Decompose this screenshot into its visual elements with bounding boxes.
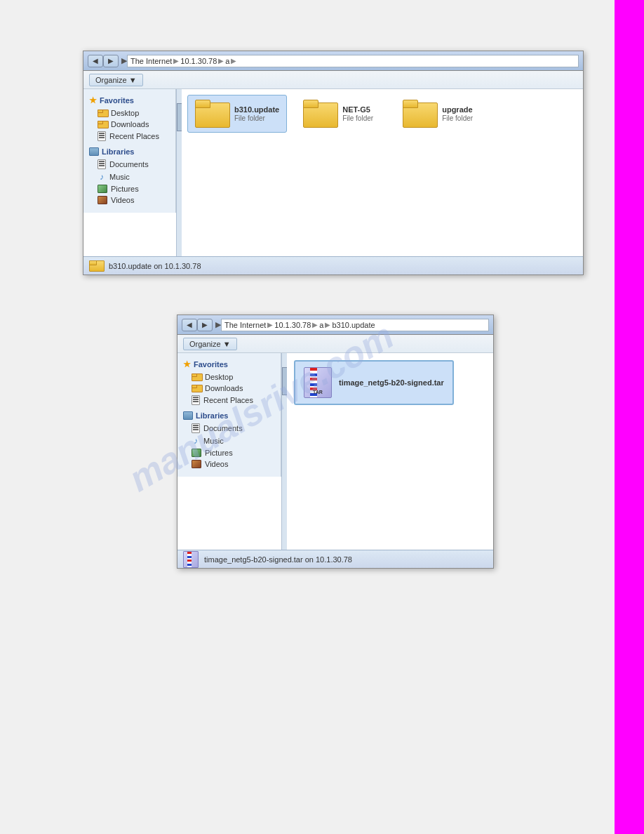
sep3: ▶ bbox=[231, 57, 236, 65]
favorites-header[interactable]: ★ Favorites bbox=[83, 93, 175, 107]
pictures-icon bbox=[98, 185, 107, 193]
w2-libraries-header[interactable]: Libraries bbox=[177, 409, 281, 422]
w2-libraries-icon bbox=[183, 411, 193, 420]
rar-icon: TAR bbox=[304, 367, 332, 398]
window1-status-text: b310.update on 10.1.30.78 bbox=[109, 262, 201, 270]
window1-title-bar: ◀ ▶ ▶ The Internet ▶ 10.1.30.78 ▶ a ▶ bbox=[83, 51, 583, 71]
sidebar-item-videos[interactable]: Videos bbox=[83, 194, 175, 206]
music-icon: ♪ bbox=[98, 172, 106, 182]
w2-sidebar-item-pictures[interactable]: Pictures bbox=[177, 447, 281, 458]
w2-sep2: ▶ bbox=[312, 321, 318, 329]
b310-update-name: b310.update bbox=[234, 105, 279, 114]
w2-breadcrumb-part2: 10.1.30.78 bbox=[274, 321, 311, 329]
breadcrumb-part2: 10.1.30.78 bbox=[180, 57, 217, 65]
w2-sidebar-item-videos[interactable]: Videos bbox=[177, 458, 281, 470]
window1-toolbar: Organize ▼ bbox=[83, 71, 583, 89]
favorites-section: ★ Favorites Desktop Downloads Recent Pla… bbox=[83, 93, 175, 143]
organize-label: Organize bbox=[95, 76, 127, 84]
w2-star-icon: ★ bbox=[183, 359, 191, 369]
w2-sidebar-item-recent-places[interactable]: Recent Places bbox=[177, 394, 281, 406]
w2-sidebar-item-music[interactable]: ♪ Music bbox=[177, 435, 281, 447]
folder-item-upgrade[interactable]: upgrade File folder bbox=[395, 95, 486, 133]
w2-videos-icon bbox=[192, 460, 201, 468]
organize-button[interactable]: Organize ▼ bbox=[89, 74, 143, 86]
w2-sidebar-desktop-label: Desktop bbox=[205, 373, 233, 381]
back-button[interactable]: ◀ bbox=[88, 55, 103, 67]
window1-sidebar: ★ Favorites Desktop Downloads Recent Pla… bbox=[83, 89, 176, 213]
upgrade-name: upgrade bbox=[442, 105, 473, 114]
window2-status-text: timage_netg5-b20-signed.tar on 10.1.30.7… bbox=[204, 555, 352, 564]
sidebar-desktop-label: Desktop bbox=[111, 109, 139, 117]
w2-sidebar-music-label: Music bbox=[203, 437, 224, 445]
sidebar-downloads-label: Downloads bbox=[111, 120, 149, 128]
w2-scrollbar-thumb[interactable] bbox=[282, 367, 287, 395]
sidebar-item-pictures[interactable]: Pictures bbox=[83, 183, 175, 194]
libraries-header[interactable]: Libraries bbox=[83, 145, 175, 158]
sidebar-documents-label: Documents bbox=[109, 160, 149, 168]
w2-sidebar-scrollbar[interactable] bbox=[281, 353, 287, 550]
w2-organize-dropdown-arrow: ▼ bbox=[223, 340, 231, 348]
sidebar-item-music[interactable]: ♪ Music bbox=[83, 171, 175, 183]
videos-icon bbox=[98, 196, 107, 204]
downloads-folder-icon bbox=[98, 121, 107, 128]
libraries-section: Libraries Documents ♪ Music Pictures bbox=[83, 145, 175, 206]
star-icon: ★ bbox=[89, 95, 97, 105]
sidebar-scrollbar[interactable] bbox=[176, 89, 182, 256]
status-folder-icon bbox=[89, 260, 103, 272]
w2-sidebar-pictures-label: Pictures bbox=[205, 449, 233, 457]
forward-button[interactable]: ▶ bbox=[103, 55, 119, 67]
w2-documents-icon bbox=[192, 423, 200, 433]
w2-back-button[interactable]: ◀ bbox=[182, 319, 197, 331]
sidebar-item-desktop[interactable]: Desktop bbox=[83, 107, 175, 119]
w2-forward-button[interactable]: ▶ bbox=[197, 319, 213, 331]
window2-body: ★ Favorites Desktop Downloads Recent Pla… bbox=[177, 353, 493, 550]
b310-update-info: b310.update File folder bbox=[234, 105, 279, 122]
sidebar-pictures-label: Pictures bbox=[111, 185, 139, 193]
sidebar-item-recent-places[interactable]: Recent Places bbox=[83, 130, 175, 143]
net-g5-icon bbox=[303, 100, 337, 128]
file-item-timage[interactable]: TAR timage_netg5-b20-signed.tar bbox=[294, 360, 454, 405]
w2-recent-places-icon bbox=[192, 395, 200, 405]
w2-sidebar-item-desktop[interactable]: Desktop bbox=[177, 371, 281, 383]
w2-sidebar-videos-label: Videos bbox=[205, 460, 228, 468]
w2-music-icon: ♪ bbox=[192, 436, 200, 446]
sidebar-item-downloads[interactable]: Downloads bbox=[83, 119, 175, 130]
w2-favorites-header[interactable]: ★ Favorites bbox=[177, 357, 281, 371]
w2-libraries-label: Libraries bbox=[196, 411, 228, 420]
upgrade-type: File folder bbox=[442, 114, 473, 122]
window2-address-bar[interactable]: The Internet ▶ 10.1.30.78 ▶ a ▶ b310.upd… bbox=[221, 319, 489, 331]
net-g5-info: NET-G5 File folder bbox=[342, 105, 373, 122]
w2-sidebar-item-downloads[interactable]: Downloads bbox=[177, 383, 281, 394]
window1-address-bar[interactable]: The Internet ▶ 10.1.30.78 ▶ a ▶ bbox=[127, 55, 579, 67]
window2: ◀ ▶ ▶ The Internet ▶ 10.1.30.78 ▶ a ▶ b3… bbox=[177, 315, 494, 569]
w2-organize-label: Organize bbox=[189, 340, 221, 348]
w2-sidebar-documents-label: Documents bbox=[203, 424, 243, 432]
window2-toolbar: Organize ▼ bbox=[177, 335, 493, 353]
w2-libraries-section: Libraries Documents ♪ Music Pictures bbox=[177, 409, 281, 470]
w2-breadcrumb-part3: a bbox=[319, 321, 323, 329]
b310-update-type: File folder bbox=[234, 114, 279, 122]
w2-sep3: ▶ bbox=[325, 321, 330, 329]
w2-status-icon bbox=[183, 551, 199, 568]
w2-breadcrumb-part1: The Internet bbox=[224, 321, 266, 329]
net-g5-type: File folder bbox=[342, 114, 373, 122]
magenta-bar bbox=[615, 0, 644, 834]
folder-item-net-g5[interactable]: NET-G5 File folder bbox=[295, 95, 387, 133]
w2-organize-button[interactable]: Organize ▼ bbox=[183, 338, 237, 350]
organize-dropdown-arrow: ▼ bbox=[129, 76, 137, 84]
libraries-icon bbox=[89, 147, 99, 156]
documents-icon bbox=[98, 159, 106, 169]
w2-sidebar-item-documents[interactable]: Documents bbox=[177, 422, 281, 435]
upgrade-info: upgrade File folder bbox=[442, 105, 473, 122]
w2-favorites-label: Favorites bbox=[194, 360, 228, 369]
sidebar-item-documents[interactable]: Documents bbox=[83, 158, 175, 171]
folder-item-b310-update[interactable]: b310.update File folder bbox=[187, 95, 287, 133]
w2-favorites-section: ★ Favorites Desktop Downloads Recent Pla… bbox=[177, 357, 281, 406]
window1-status-bar: b310.update on 10.1.30.78 bbox=[83, 256, 583, 274]
window1-file-area: b310.update File folder NET-G5 File fold… bbox=[182, 89, 583, 256]
window1-sidebar-wrapper: ★ Favorites Desktop Downloads Recent Pla… bbox=[83, 89, 182, 256]
desktop-folder-icon bbox=[98, 110, 107, 117]
timage-file-name: timage_netg5-b20-signed.tar bbox=[339, 378, 444, 387]
breadcrumb-part1: The Internet bbox=[130, 57, 172, 65]
scrollbar-thumb[interactable] bbox=[177, 103, 182, 131]
